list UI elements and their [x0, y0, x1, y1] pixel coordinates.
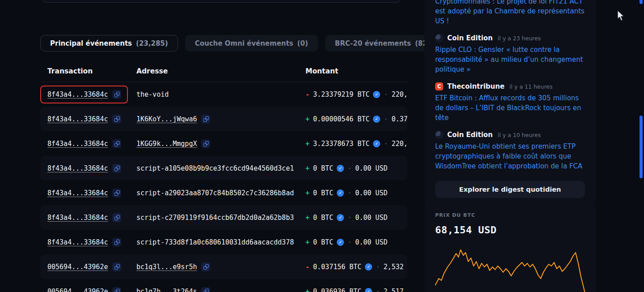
- amount-sign: +: [305, 189, 309, 197]
- copy-icon[interactable]: [112, 90, 121, 99]
- address-link[interactable]: 1KGG9k...MmgpgX: [136, 140, 197, 148]
- table-row: 8f43a4...33684c script-733d8f1a0c6806100…: [40, 230, 407, 254]
- separator: ·: [347, 164, 352, 172]
- fiat-value: 2,517: [383, 288, 403, 292]
- address-label: script-a105e08b9b9ce3fcc6cd94e4560d3ce1: [136, 164, 294, 172]
- amount-value: 0 BTC: [313, 164, 333, 172]
- tab-label: BRC-20 événements: [335, 39, 411, 47]
- verified-badge-icon: [373, 116, 380, 123]
- btc-price-chart: [435, 243, 585, 292]
- news-source-name: Coin Edition: [447, 131, 493, 139]
- fiat-value: 0.00 USD: [355, 164, 387, 172]
- fiat-value: 0.37: [392, 115, 408, 123]
- copy-icon[interactable]: [112, 115, 121, 124]
- copy-icon[interactable]: [112, 213, 121, 222]
- copy-icon[interactable]: [112, 262, 121, 271]
- separator: ·: [384, 115, 388, 123]
- fiat-value: 220,: [392, 140, 408, 148]
- amount-value: 0.036936 BTC: [313, 288, 361, 292]
- copy-icon[interactable]: [112, 238, 121, 247]
- separator: ·: [347, 189, 352, 197]
- transaction-link[interactable]: 005694...43962e: [47, 263, 108, 271]
- separator: ·: [347, 214, 352, 222]
- amount-sign: -: [305, 263, 309, 271]
- address-link[interactable]: bc1q3l...e9sr5h: [136, 263, 197, 271]
- copy-icon[interactable]: [112, 287, 121, 292]
- tab-label: Couche Omni événements: [195, 39, 293, 47]
- amount-value: 0.037156 BTC: [313, 263, 361, 271]
- amount-value: 0 BTC: [313, 238, 333, 246]
- verified-badge-icon: [337, 189, 344, 197]
- table-row: 8f43a4...33684c 1K6KoY...jWqwa6 + 0.0000…: [40, 107, 407, 131]
- transaction-link[interactable]: 8f43a4...33684c: [47, 140, 108, 148]
- address-label: the-void: [136, 90, 169, 99]
- separator: ·: [384, 90, 388, 99]
- thecointribune-logo-icon: [435, 82, 443, 90]
- column-header-address: Adresse: [136, 67, 305, 75]
- transaction-link[interactable]: 8f43a4...33684c: [47, 214, 108, 222]
- news-headline-link[interactable]: ETF Bitcoin : Afflux records de 305 mill…: [435, 93, 585, 123]
- news-item: Coin Edition il y a 23 heures Ripple CLO…: [435, 34, 585, 74]
- transaction-link[interactable]: 8f43a4...33684c: [47, 238, 108, 246]
- news-headline-link[interactable]: Cryptomonnaies : Le projet de loi FIT21 …: [435, 0, 585, 26]
- separator: ·: [384, 140, 388, 148]
- tab-principal-events[interactable]: Principal événements (23,285): [40, 35, 178, 52]
- transaction-link[interactable]: 005694...43962e: [47, 288, 108, 292]
- copy-icon[interactable]: [201, 115, 210, 124]
- amount-sign: +: [305, 288, 309, 292]
- fiat-value: 0.00 USD: [355, 214, 387, 222]
- amount-value: 0 BTC: [313, 189, 333, 197]
- news-headline-link[interactable]: Ripple CLO : Gensler « lutte contre la r…: [435, 45, 585, 74]
- verified-badge-icon: [365, 288, 372, 292]
- verified-badge-icon: [337, 239, 344, 246]
- transaction-link[interactable]: 8f43a4...33684c: [47, 189, 108, 197]
- events-tabs: Principal événements (23,285) Couche Omn…: [40, 35, 445, 52]
- address-link[interactable]: bc1q7h...3t264s: [136, 288, 197, 292]
- search-input[interactable]: [41, 0, 402, 3]
- tab-count: (0): [297, 39, 308, 47]
- fiat-value: 0.00 USD: [355, 238, 387, 246]
- address-label: script-733d8f1a0c680610031dd6aacacdd378: [136, 238, 294, 246]
- copy-icon[interactable]: [112, 139, 121, 148]
- news-source-row: Coin Edition il y a 23 heures: [435, 34, 585, 42]
- coin-edition-logo-icon: [435, 131, 443, 139]
- verified-badge-icon: [373, 140, 380, 147]
- news-timestamp: il y a 23 heures: [498, 35, 541, 42]
- table-row: 005694...43962e bc1q3l...e9sr5h - 0.0371…: [40, 254, 407, 279]
- verified-badge-icon: [337, 214, 344, 221]
- separator: ·: [376, 263, 380, 271]
- column-header-amount: Montant: [305, 67, 407, 75]
- copy-icon[interactable]: [201, 262, 210, 271]
- btc-price-label: PRIX DU BTC: [435, 212, 585, 218]
- address-link[interactable]: 1K6KoY...jWqwa6: [136, 115, 197, 123]
- news-item: Coin Edition il y a 10 heures Le Royaume…: [435, 131, 585, 171]
- explore-digest-button[interactable]: Explorer le digest quotidien: [435, 181, 585, 198]
- news-item: Thecointribune il y a 11 heures ETF Bitc…: [435, 82, 585, 123]
- copy-icon[interactable]: [112, 164, 121, 173]
- table-header-row: Transaction Adresse Montant: [40, 60, 407, 82]
- verified-badge-icon: [373, 91, 380, 98]
- news-item: Cryptomonnaies : Le projet de loi FIT21 …: [435, 0, 585, 26]
- news-timestamp: il y a 10 heures: [498, 132, 541, 138]
- btc-price-card: PRIX DU BTC 68,154 USD: [424, 202, 596, 292]
- scrollbar-thumb[interactable]: [640, 116, 643, 178]
- amount-value: 3.23378673 BTC: [313, 140, 369, 148]
- news-headline-link[interactable]: Le Royaume-Uni obtient ses premiers ETP …: [435, 142, 585, 171]
- amount-value: 0 BTC: [313, 214, 333, 222]
- copy-icon[interactable]: [112, 189, 121, 198]
- transaction-link[interactable]: 8f43a4...33684c: [47, 115, 108, 123]
- transaction-link[interactable]: 8f43a4...33684c: [47, 90, 108, 99]
- fiat-value: 220,: [392, 90, 408, 99]
- table-body: 8f43a4...33684c the-void - 3.23379219 BT…: [40, 82, 407, 292]
- transaction-link[interactable]: 8f43a4...33684c: [47, 164, 108, 172]
- news-source-name: Coin Edition: [447, 34, 493, 42]
- btc-price-value: 68,154 USD: [435, 224, 585, 236]
- tab-omni-layer-events[interactable]: Couche Omni événements (0): [185, 35, 318, 52]
- address-label: script-a29023aa8707c84b8502c7c36286b8ad: [136, 189, 294, 197]
- scrollbar-top-cap: [640, 0, 643, 4]
- copy-icon[interactable]: [201, 287, 210, 292]
- verified-badge-icon: [337, 165, 344, 172]
- copy-icon[interactable]: [201, 139, 210, 148]
- news-source-row: Coin Edition il y a 10 heures: [435, 131, 585, 139]
- address-label: script-c2709119f9164ccb67db2d0a2a62b8b3: [136, 214, 294, 222]
